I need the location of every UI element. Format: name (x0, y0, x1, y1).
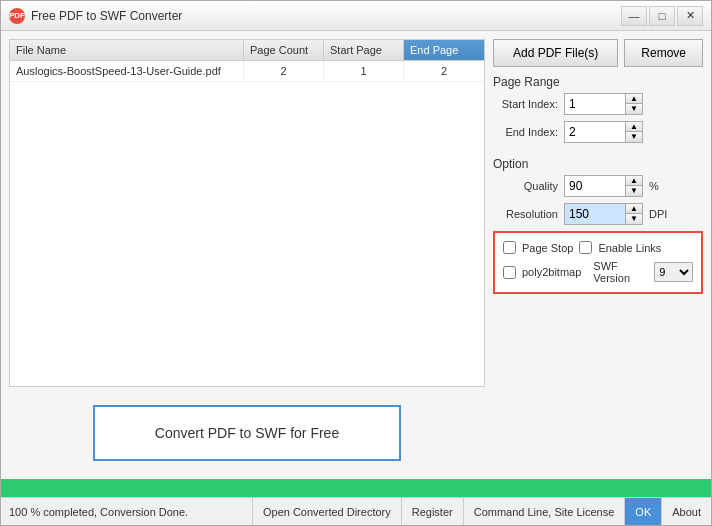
status-text: 100 % completed, Conversion Done. (1, 506, 252, 518)
table-body: Auslogics-BoostSpeed-13-User-Guide.pdf 2… (10, 61, 484, 382)
minimize-button[interactable]: — (621, 6, 647, 26)
end-index-down[interactable]: ▼ (626, 132, 642, 142)
main-window: PDF Free PDF to SWF Converter — □ ✕ File… (0, 0, 712, 526)
add-pdf-button[interactable]: Add PDF File(s) (493, 39, 618, 67)
page-range-label: Page Range (493, 75, 703, 89)
start-index-down[interactable]: ▼ (626, 104, 642, 114)
end-index-spinner-btns: ▲ ▼ (625, 122, 642, 142)
quality-label: Quality (493, 180, 558, 192)
resolution-unit: DPI (649, 208, 667, 220)
enable-links-label: Enable Links (598, 242, 661, 254)
start-index-up[interactable]: ▲ (626, 94, 642, 104)
end-index-input[interactable] (565, 122, 625, 142)
cell-filename: Auslogics-BoostSpeed-13-User-Guide.pdf (10, 61, 244, 81)
window-title: Free PDF to SWF Converter (31, 9, 621, 23)
col-pagecount: Page Count (244, 40, 324, 60)
app-icon: PDF (9, 8, 25, 24)
about-button[interactable]: About (661, 498, 711, 525)
status-bar: 100 % completed, Conversion Done. Open C… (1, 497, 711, 525)
resolution-up[interactable]: ▲ (626, 204, 642, 214)
cell-pagecount: 2 (244, 61, 324, 81)
progress-bar (1, 479, 711, 497)
col-startpage: Start Page (324, 40, 404, 60)
enable-links-checkbox[interactable] (579, 241, 592, 254)
start-index-spinner-btns: ▲ ▼ (625, 94, 642, 114)
quality-down[interactable]: ▼ (626, 186, 642, 196)
option-section: Option Quality ▲ ▼ % Resolution (493, 157, 703, 294)
start-index-row: Start Index: ▲ ▼ (493, 93, 703, 115)
page-stop-row: Page Stop Enable Links (503, 241, 693, 254)
resolution-spinner[interactable]: ▲ ▼ (564, 203, 643, 225)
title-bar: PDF Free PDF to SWF Converter — □ ✕ (1, 1, 711, 31)
maximize-button[interactable]: □ (649, 6, 675, 26)
resolution-down[interactable]: ▼ (626, 214, 642, 224)
swf-version-select[interactable]: 7 8 9 10 11 (654, 262, 693, 282)
end-index-row: End Index: ▲ ▼ (493, 121, 703, 143)
poly2bitmap-label: poly2bitmap (522, 266, 581, 278)
status-buttons: Open Converted Directory Register Comman… (252, 498, 711, 525)
page-stop-label: Page Stop (522, 242, 573, 254)
convert-btn-area: Convert PDF to SWF for Free (9, 395, 485, 471)
col-endpage: End Page (404, 40, 484, 60)
start-index-input[interactable] (565, 94, 625, 114)
resolution-spinner-btns: ▲ ▼ (625, 204, 642, 224)
register-button[interactable]: Register (401, 498, 463, 525)
resolution-input[interactable] (565, 204, 625, 224)
quality-spinner-btns: ▲ ▼ (625, 176, 642, 196)
table-header: File Name Page Count Start Page End Page (10, 40, 484, 61)
cell-startpage: 1 (324, 61, 404, 81)
col-filename: File Name (10, 40, 244, 60)
left-panel: File Name Page Count Start Page End Page… (9, 39, 485, 471)
ok-button[interactable]: OK (624, 498, 661, 525)
table-row[interactable]: Auslogics-BoostSpeed-13-User-Guide.pdf 2… (10, 61, 484, 82)
option-label: Option (493, 157, 703, 171)
action-buttons: Add PDF File(s) Remove (493, 39, 703, 67)
convert-button[interactable]: Convert PDF to SWF for Free (93, 405, 401, 461)
cell-endpage: 2 (404, 61, 484, 81)
poly2bitmap-checkbox[interactable] (503, 266, 516, 279)
progress-bar-container (1, 479, 711, 497)
window-controls: — □ ✕ (621, 6, 703, 26)
end-index-up[interactable]: ▲ (626, 122, 642, 132)
main-content: File Name Page Count Start Page End Page… (1, 31, 711, 479)
remove-button[interactable]: Remove (624, 39, 703, 67)
quality-up[interactable]: ▲ (626, 176, 642, 186)
page-range-section: Page Range Start Index: ▲ ▼ End Index: (493, 75, 703, 149)
command-line-button[interactable]: Command Line, Site License (463, 498, 625, 525)
start-index-spinner[interactable]: ▲ ▼ (564, 93, 643, 115)
swf-version-label: SWF Version (593, 260, 648, 284)
end-index-label: End Index: (493, 126, 558, 138)
file-table: File Name Page Count Start Page End Page… (9, 39, 485, 387)
option-checkboxes-box: Page Stop Enable Links poly2bitmap SWF V… (493, 231, 703, 294)
start-index-label: Start Index: (493, 98, 558, 110)
open-directory-button[interactable]: Open Converted Directory (252, 498, 401, 525)
resolution-row: Resolution ▲ ▼ DPI (493, 203, 703, 225)
page-stop-checkbox[interactable] (503, 241, 516, 254)
quality-unit: % (649, 180, 659, 192)
resolution-label: Resolution (493, 208, 558, 220)
right-panel: Add PDF File(s) Remove Page Range Start … (493, 39, 703, 471)
poly2bitmap-row: poly2bitmap SWF Version 7 8 9 10 11 (503, 260, 693, 284)
end-index-spinner[interactable]: ▲ ▼ (564, 121, 643, 143)
quality-row: Quality ▲ ▼ % (493, 175, 703, 197)
quality-spinner[interactable]: ▲ ▼ (564, 175, 643, 197)
quality-input[interactable] (565, 176, 625, 196)
close-button[interactable]: ✕ (677, 6, 703, 26)
